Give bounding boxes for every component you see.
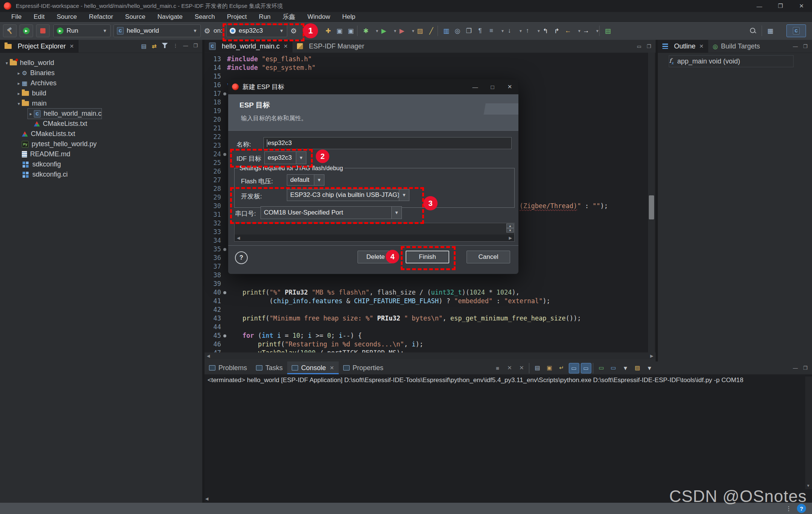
show-whitespace-icon[interactable]: ¶ xyxy=(475,26,485,36)
menu-refactor-3[interactable]: Refactor xyxy=(83,13,119,21)
scroll-down-icon[interactable]: ▼ xyxy=(806,484,810,488)
chevron-right-icon[interactable]: ▸ xyxy=(16,91,22,96)
close-icon[interactable]: ✕ xyxy=(70,43,74,49)
search-file-icon[interactable]: ◎ xyxy=(453,26,462,36)
show-stdout-icon[interactable]: ▭ xyxy=(569,363,579,373)
search-icon[interactable] xyxy=(748,26,758,36)
menu-source-4[interactable]: Source xyxy=(119,13,151,21)
maximize-panel-icon[interactable]: ❐ xyxy=(193,43,198,50)
collapse-all-icon[interactable]: ▤ xyxy=(141,43,147,50)
launch-config-gear-icon[interactable]: ⚙ xyxy=(202,26,212,36)
stop-button[interactable] xyxy=(36,24,50,37)
close-icon[interactable]: ✕ xyxy=(699,43,704,49)
minimize-view-icon[interactable]: ▭ xyxy=(637,44,641,49)
copy-doc-icon[interactable]: ❐ xyxy=(464,26,474,36)
chevron-right-icon[interactable]: ▸ xyxy=(16,71,22,76)
menu-navigate-5[interactable]: Navigate xyxy=(151,13,189,21)
tree-item-CMakeLists-txt[interactable]: CMakeLists.txt xyxy=(16,129,75,139)
cancel-button[interactable]: Cancel xyxy=(467,251,510,263)
tree-item-README-md[interactable]: README.md xyxy=(16,149,70,159)
dialog-maximize-button[interactable]: □ xyxy=(484,79,501,94)
console-scroll-left-icon[interactable]: ◀ xyxy=(205,496,208,501)
menu-project-7[interactable]: Project xyxy=(221,13,253,21)
close-icon[interactable]: ✕ xyxy=(283,43,288,49)
tree-item-sdkconfig[interactable]: sdkconfig xyxy=(16,159,61,169)
display-console-dd-icon[interactable]: ▼ xyxy=(621,363,630,373)
flash-voltage-combo[interactable]: default ▼ xyxy=(287,174,324,186)
scroll-right-icon[interactable]: ▶ xyxy=(509,236,512,240)
prev-annotation-icon[interactable]: ↑ xyxy=(523,26,532,36)
next-annotation-icon[interactable]: ↓ xyxy=(504,26,514,36)
scroll-right-icon[interactable]: ▶ xyxy=(650,354,653,358)
save-all-icon[interactable]: ▣ xyxy=(346,26,356,36)
console-tab-tasks[interactable]: Tasks xyxy=(251,361,287,374)
tree-item-Archives[interactable]: ▸▦Archives xyxy=(16,78,56,88)
resume-button[interactable]: ▶ xyxy=(20,24,33,37)
launch-mode-combo[interactable]: ▶ Run ▼ xyxy=(53,24,111,37)
menu-search-6[interactable]: Search xyxy=(189,13,221,21)
clear-console-icon[interactable]: ▤ xyxy=(533,363,542,373)
pin-console-icon[interactable]: ▭ xyxy=(597,363,606,373)
menu---9[interactable]: 乐鑫 xyxy=(277,12,301,21)
dialog-minimize-button[interactable]: — xyxy=(467,79,484,94)
console-tab-properties[interactable]: Properties xyxy=(339,361,388,374)
next-edit-icon[interactable]: ↱ xyxy=(552,26,562,36)
build-button[interactable] xyxy=(3,24,17,37)
terminate-console-icon[interactable]: ■ xyxy=(493,363,503,373)
editor-tab-hello-world-main-c[interactable]: Chello_world_main.c✕ xyxy=(205,40,292,53)
menu-source-2[interactable]: Source xyxy=(51,13,83,21)
chevron-down-icon[interactable]: ▾ xyxy=(4,60,10,66)
tab-build-targets[interactable]: ◎ Build Targets xyxy=(708,40,765,53)
filter-icon[interactable] xyxy=(162,43,168,48)
window-maximize-button[interactable]: ❐ xyxy=(770,0,791,12)
forward-icon[interactable]: → xyxy=(581,26,591,36)
scroll-lock-icon[interactable]: ▣ xyxy=(545,363,554,373)
target-list-area[interactable]: ▲ ▼ ◀ ▶ xyxy=(234,223,515,242)
debug-icon[interactable]: ✱ xyxy=(361,26,371,36)
fold-marker-icon[interactable] xyxy=(223,92,226,95)
save-icon[interactable]: ▣ xyxy=(335,26,344,36)
esp-board-icon[interactable]: ▤ xyxy=(603,26,613,36)
fold-marker-icon[interactable] xyxy=(223,248,226,251)
tree-item-hello-world[interactable]: ▾hello_world xyxy=(4,58,54,68)
menu-run-8[interactable]: Run xyxy=(253,13,277,21)
editor-horizontal-scrollbar[interactable]: ◀ ▶ xyxy=(205,352,656,359)
minimize-panel-icon[interactable]: — xyxy=(183,43,188,50)
list-spinner[interactable]: ▲ ▼ xyxy=(506,224,514,233)
maximize-view-icon[interactable]: ❐ xyxy=(647,44,651,49)
menu-help-11[interactable]: Help xyxy=(336,13,361,21)
console-tab-console[interactable]: Console✕ xyxy=(287,361,339,374)
link-editor-icon[interactable]: ⇄ xyxy=(152,43,157,50)
tab-project-explorer[interactable]: Project Explorer ✕ xyxy=(0,40,79,53)
show-stderr-icon[interactable]: ▭ xyxy=(581,363,591,373)
console-view-icon[interactable]: ▥ xyxy=(441,26,451,36)
tree-item-CMakeLists-txt[interactable]: CMakeLists.txt xyxy=(28,119,87,129)
mark-occurrences-icon[interactable]: ╱ xyxy=(426,26,436,36)
chevron-right-icon[interactable]: ▸ xyxy=(28,111,34,116)
dialog-help-button[interactable]: ? xyxy=(235,251,248,264)
chevron-right-icon[interactable]: ▸ xyxy=(16,81,22,86)
spin-up-icon[interactable]: ▲ xyxy=(506,224,514,228)
back-icon[interactable]: ← xyxy=(563,26,573,36)
word-wrap-icon[interactable]: ↵ xyxy=(557,363,567,373)
fold-marker-icon[interactable] xyxy=(223,334,226,337)
scroll-left-icon[interactable]: ◀ xyxy=(237,236,240,240)
window-minimize-button[interactable]: — xyxy=(749,0,770,12)
tree-item-Binaries[interactable]: ▸⚙Binaries xyxy=(16,68,55,78)
profile-icon[interactable]: ▶ xyxy=(397,26,407,36)
console-vertical-scrollbar[interactable]: ▼ xyxy=(805,376,812,489)
remove-all-launches-icon[interactable]: ✕ xyxy=(517,363,527,373)
editor-tab-ESP-IDF-Manager[interactable]: ESP-IDF Manager xyxy=(292,40,369,53)
status-menu-dots-icon[interactable]: ⋮ xyxy=(786,505,792,512)
window-close-button[interactable]: ✕ xyxy=(791,0,812,12)
editor-vertical-scrollbar[interactable] xyxy=(648,53,655,352)
tab-outline[interactable]: Outline ✕ xyxy=(658,40,708,53)
open-console-icon[interactable]: ▨ xyxy=(633,363,642,373)
minimize-panel-icon[interactable]: — xyxy=(793,44,798,49)
maximize-panel-icon[interactable]: ❐ xyxy=(803,44,807,49)
tree-item-hello-world-main-c[interactable]: ▸Chello_world_main.c xyxy=(28,109,102,119)
console-tab-problems[interactable]: Problems xyxy=(205,361,251,374)
tree-item-pytest-hello-world-py[interactable]: Pypytest_hello_world.py xyxy=(16,139,97,149)
run-history-icon[interactable]: ▶ xyxy=(379,26,389,36)
fold-marker-icon[interactable] xyxy=(223,153,226,156)
